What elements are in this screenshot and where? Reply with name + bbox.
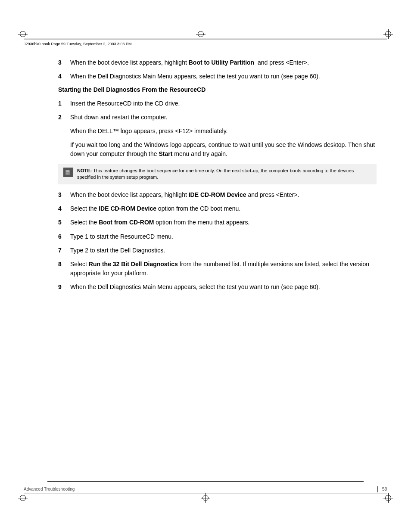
list-num: 4	[58, 204, 70, 213]
list-text: Select the Boot from CD-ROM option from …	[70, 218, 377, 227]
list-num: 6	[58, 232, 70, 241]
note-box: NOTE: This feature changes the boot sequ…	[58, 164, 377, 184]
list-text: Select Run the 32 Bit Dell Diagnostics f…	[70, 260, 377, 277]
crosshair-top-center	[196, 29, 206, 39]
main-content: 3 When the boot device list appears, hig…	[58, 58, 377, 476]
footer-bar: Advanced Troubleshooting | 59	[24, 485, 387, 494]
footer-separator: |	[377, 485, 379, 492]
list-text: When the Dell Diagnostics Main Menu appe…	[70, 283, 377, 291]
svg-rect-3	[66, 173, 68, 173]
crosshair-top-left	[18, 29, 28, 39]
list-item-5: 5 Select the Boot from CD-ROM option fro…	[58, 218, 377, 227]
svg-rect-0	[65, 170, 70, 175]
note-icon	[63, 168, 73, 177]
note-text: NOTE: This feature changes the boot sequ…	[77, 168, 371, 181]
list-item-4: 4 Select the IDE CD-ROM Device option fr…	[58, 204, 377, 213]
list-num: 3	[58, 58, 70, 67]
sub-paragraph-2: If you wait too long and the Windows log…	[70, 140, 377, 158]
list-item-2: 2 Shut down and restart the computer.	[58, 113, 377, 121]
note-pencil-icon	[65, 169, 71, 175]
list-item-7: 7 Type 2 to start the Dell Diagnostics.	[58, 246, 377, 255]
list-num: 1	[58, 99, 70, 108]
list-text: When the boot device list appears, highl…	[70, 58, 377, 67]
list-item-4-initial: 4 When the Dell Diagnostics Main Menu ap…	[58, 72, 377, 81]
list-text: When the boot device list appears, highl…	[70, 190, 377, 199]
section-heading: Starting the Dell Diagnostics From the R…	[58, 86, 377, 93]
list-num: 4	[58, 72, 70, 81]
crosshair-bottom-right	[383, 493, 393, 503]
list-text: When the Dell Diagnostics Main Menu appe…	[70, 72, 377, 81]
list-text: Type 1 to start the ResourceCD menu.	[70, 232, 377, 241]
list-item-9: 9 When the Dell Diagnostics Main Menu ap…	[58, 283, 377, 291]
sub-paragraph-1: When the DELL™ logo appears, press <F12>…	[70, 127, 377, 135]
list-item-3: 3 When the boot device list appears, hig…	[58, 190, 377, 199]
list-num: 5	[58, 218, 70, 227]
list-item-3-initial: 3 When the boot device list appears, hig…	[58, 58, 377, 67]
footer-section: Advanced Troubleshooting	[24, 487, 75, 492]
list-item-6: 6 Type 1 to start the ResourceCD menu.	[58, 232, 377, 241]
list-text: Insert the ResourceCD into the CD drive.	[70, 99, 377, 108]
crosshair-bottom-center	[201, 493, 210, 503]
list-num: 8	[58, 260, 70, 277]
page: J2936bk0.book Page 59 Tuesday, September…	[0, 0, 411, 532]
list-item-1: 1 Insert the ResourceCD into the CD driv…	[58, 99, 377, 108]
list-item-8: 8 Select Run the 32 Bit Dell Diagnostics…	[58, 260, 377, 277]
crosshair-bottom-left	[18, 493, 28, 503]
list-text: Select the IDE CD-ROM Device option from…	[70, 204, 377, 213]
list-num: 3	[58, 190, 70, 199]
note-label: NOTE:	[77, 168, 92, 173]
svg-rect-1	[66, 171, 69, 171]
footer-page-number: 59	[382, 486, 387, 492]
list-num: 9	[58, 283, 70, 291]
svg-rect-2	[66, 172, 69, 172]
header-bar: J2936bk0.book Page 59 Tuesday, September…	[24, 38, 387, 46]
crosshair-top-right	[383, 29, 393, 39]
header-text: J2936bk0.book Page 59 Tuesday, September…	[24, 42, 132, 46]
list-text: Shut down and restart the computer.	[70, 113, 377, 121]
list-num: 2	[58, 113, 70, 121]
note-content: This feature changes the boot sequence f…	[77, 168, 354, 180]
list-num: 7	[58, 246, 70, 255]
list-text: Type 2 to start the Dell Diagnostics.	[70, 246, 377, 255]
